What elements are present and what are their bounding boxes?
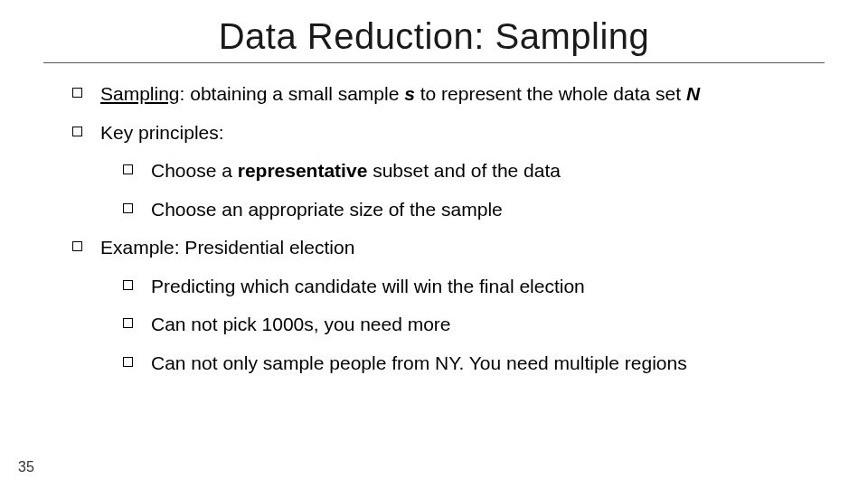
- text-frag: to represent the whole data set: [415, 83, 686, 104]
- bullet-text: Key principles:: [100, 118, 825, 148]
- bullet-text: Sampling: obtaining a small sample s to …: [100, 80, 825, 109]
- bullet-text: Choose a representative subset and of th…: [151, 156, 825, 186]
- var-n: N: [686, 83, 700, 104]
- page-number: 35: [18, 459, 34, 475]
- bullet-text: Example: Presidential election: [100, 233, 825, 263]
- text-frag: subset and of the data: [367, 160, 561, 181]
- bullet-text: Choose an appropriate size of the sample: [151, 195, 825, 225]
- text-frag: Choose a: [151, 160, 238, 181]
- bullet-sampling-def: Sampling: obtaining a small sample s to …: [43, 80, 825, 109]
- bullet-text: Can not only sample people from NY. You …: [151, 349, 825, 379]
- square-bullet-icon: [123, 280, 133, 290]
- bullet-text: Can not pick 1000s, you need more: [151, 310, 825, 340]
- bullet-size: Choose an appropriate size of the sample: [43, 195, 825, 225]
- slide-content: Sampling: obtaining a small sample s to …: [43, 80, 825, 378]
- bullet-example: Example: Presidential election: [43, 233, 825, 263]
- square-bullet-icon: [123, 164, 133, 174]
- emph-representative: representative: [238, 160, 368, 181]
- bullet-key-principles: Key principles:: [43, 118, 825, 148]
- title-rule: [43, 62, 825, 63]
- bullet-1000s: Can not pick 1000s, you need more: [43, 310, 825, 340]
- bullet-ny: Can not only sample people from NY. You …: [43, 349, 825, 379]
- bullet-representative: Choose a representative subset and of th…: [43, 156, 825, 186]
- slide: Data Reduction: Sampling Sampling: obtai…: [0, 0, 868, 488]
- square-bullet-icon: [72, 241, 82, 251]
- slide-title: Data Reduction: Sampling: [43, 16, 825, 57]
- text-frag: : obtaining a small sample: [180, 83, 405, 104]
- square-bullet-icon: [72, 88, 82, 98]
- sampling-term: Sampling: [100, 83, 180, 104]
- square-bullet-icon: [123, 203, 133, 213]
- square-bullet-icon: [123, 318, 133, 328]
- var-s: s: [404, 83, 415, 104]
- square-bullet-icon: [72, 127, 82, 136]
- bullet-predicting: Predicting which candidate will win the …: [43, 272, 825, 302]
- bullet-text: Predicting which candidate will win the …: [151, 272, 825, 302]
- square-bullet-icon: [123, 357, 133, 367]
